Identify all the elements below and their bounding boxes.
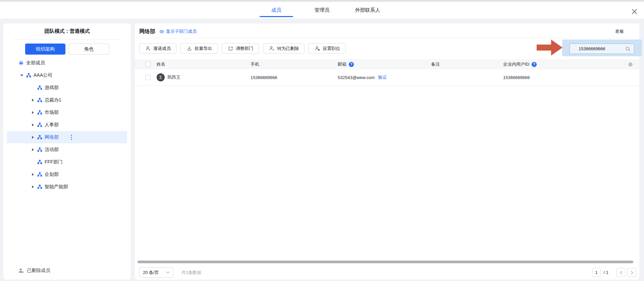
tree-item-label: 市场部 bbox=[45, 110, 59, 116]
roles-button[interactable]: 角色 bbox=[69, 44, 109, 55]
tree-item[interactable]: 活动部 bbox=[7, 143, 127, 156]
tree-item[interactable]: 智能产能部 bbox=[7, 181, 127, 193]
person-gear-icon bbox=[315, 46, 320, 51]
dept-icon bbox=[37, 159, 42, 165]
person-x-icon bbox=[269, 46, 274, 51]
department-title: 网络部 bbox=[139, 28, 155, 35]
mode-buttons: 组织架构角色 bbox=[3, 44, 131, 55]
dept-icon bbox=[37, 172, 42, 177]
column-header: 企业内用户ID? bbox=[503, 61, 626, 67]
tree-item-label: 全部成员 bbox=[26, 60, 45, 66]
dept-icon bbox=[26, 73, 31, 78]
select-all-checkbox[interactable] bbox=[145, 62, 151, 67]
horizontal-scrollbar[interactable] bbox=[138, 261, 633, 263]
top-header: 成员管理员外部联系人 bbox=[0, 2, 644, 19]
member-name: 凯西王 bbox=[167, 74, 180, 80]
tree-item[interactable]: FFF部门 bbox=[7, 156, 127, 168]
table-row: 王凯西王15366669666532543@wew.com验证153666696… bbox=[135, 69, 639, 86]
deleted-members-entry[interactable]: 已删除成员 bbox=[18, 268, 50, 274]
prev-page-button[interactable] bbox=[616, 268, 626, 277]
button-label: 批量导出 bbox=[195, 46, 212, 52]
set-position-button[interactable]: 设置职位 bbox=[309, 43, 346, 54]
caret-right-icon[interactable] bbox=[31, 173, 35, 176]
chevron-down-icon bbox=[166, 271, 170, 274]
tree-item[interactable]: 游戏部 bbox=[7, 81, 127, 94]
row-checkbox[interactable] bbox=[145, 75, 151, 80]
caret-right-icon[interactable] bbox=[31, 148, 35, 151]
table-header-row: 姓名手机邮箱?备注企业内用户ID? bbox=[135, 59, 639, 69]
caret-down-icon[interactable] bbox=[20, 74, 24, 77]
person-add-icon bbox=[146, 46, 151, 51]
team-icon bbox=[18, 60, 24, 66]
column-settings-icon[interactable] bbox=[628, 62, 633, 67]
move-to-deleted-button[interactable]: 转为已删除 bbox=[263, 43, 305, 54]
dept-icon bbox=[37, 147, 42, 152]
caret-right-icon[interactable] bbox=[31, 123, 35, 127]
column-header: 手机 bbox=[251, 61, 338, 67]
caret-right-icon[interactable] bbox=[31, 111, 35, 114]
dept-icon bbox=[37, 135, 42, 140]
member-phone: 15366669666 bbox=[251, 75, 338, 80]
caret-right-icon[interactable] bbox=[31, 98, 35, 102]
next-page-button[interactable] bbox=[627, 268, 636, 277]
column-header: 备注 bbox=[431, 61, 503, 67]
tab-members[interactable]: 成员 bbox=[260, 2, 293, 19]
page-size-select[interactable]: 20 条/页 bbox=[139, 267, 173, 278]
tab-external-contacts[interactable]: 外部联系人 bbox=[351, 2, 384, 19]
tree-item-label: FFF部门 bbox=[45, 159, 63, 165]
team-mode-title: 团队模式：普通模式 bbox=[3, 28, 131, 34]
help-icon[interactable]: ? bbox=[532, 62, 537, 67]
members-table: 姓名手机邮箱?备注企业内用户ID? 王凯西王15366669666532543@… bbox=[135, 59, 639, 86]
search-icon bbox=[625, 46, 631, 52]
help-icon[interactable]: ? bbox=[349, 62, 354, 67]
tree-item[interactable]: 企划部 bbox=[7, 168, 127, 181]
deleted-members-label: 已删除成员 bbox=[27, 268, 50, 274]
tree-item[interactable]: 人事部 bbox=[7, 119, 127, 131]
main-panel: 网络部 显示子部门成员 老板 邀请成员批量导出调整部门转为已删除设置职位 153… bbox=[135, 23, 639, 280]
current-page-input[interactable]: 1 bbox=[592, 268, 601, 277]
tree-item-label: 网络部 bbox=[45, 134, 59, 140]
avatar: 王 bbox=[157, 73, 165, 81]
department-tree: 全部成员AAA公司游戏部总裁办1市场部人事部网络部活动部FFF部门企划部智能产能… bbox=[3, 57, 131, 193]
batch-export-button[interactable]: 批量导出 bbox=[180, 43, 218, 54]
sidebar-divider bbox=[13, 39, 121, 40]
tabs: 成员管理员外部联系人 bbox=[0, 2, 644, 19]
button-label: 邀请成员 bbox=[153, 46, 171, 52]
tab-admins[interactable]: 管理员 bbox=[305, 2, 339, 19]
pagination: 1 / 1 bbox=[592, 268, 636, 277]
close-icon[interactable] bbox=[632, 9, 637, 14]
dept-icon bbox=[37, 97, 42, 103]
annotation-arrow-icon bbox=[537, 39, 563, 56]
caret-right-icon[interactable] bbox=[31, 185, 35, 189]
tree-item-label: 企划部 bbox=[45, 171, 59, 178]
show-sub-department-link[interactable]: 显示子部门成员 bbox=[159, 28, 197, 34]
search-input[interactable]: 15366669666 bbox=[570, 44, 634, 54]
dept-icon bbox=[37, 110, 42, 115]
table-footer: 20 条/页 共1条数据 1 / 1 bbox=[139, 267, 636, 278]
page-size-value: 20 条/页 bbox=[143, 270, 159, 276]
tree-item[interactable]: 总裁办1 bbox=[7, 94, 127, 106]
search-value: 15366669666 bbox=[579, 46, 625, 51]
person-deleted-icon bbox=[18, 268, 24, 273]
download-icon bbox=[187, 46, 192, 51]
tree-item[interactable]: AAA公司 bbox=[7, 69, 127, 81]
org-structure-button[interactable]: 组织架构 bbox=[25, 44, 65, 55]
more-options-icon[interactable] bbox=[71, 135, 72, 140]
adjust-department-button[interactable]: 调整部门 bbox=[222, 43, 259, 54]
dept-icon bbox=[37, 122, 42, 128]
verify-link[interactable]: 验证 bbox=[378, 74, 387, 80]
tree-item[interactable]: 网络部 bbox=[7, 131, 127, 143]
button-label: 转为已删除 bbox=[277, 46, 299, 52]
dept-icon bbox=[37, 85, 42, 90]
boss-label[interactable]: 老板 bbox=[615, 28, 624, 34]
tree-item[interactable]: 全部成员 bbox=[7, 57, 127, 69]
total-count-label: 共1条数据 bbox=[181, 270, 201, 276]
caret-right-icon[interactable] bbox=[31, 136, 35, 139]
tree-item-label: 总裁办1 bbox=[45, 97, 61, 103]
tree-item[interactable]: 市场部 bbox=[7, 106, 127, 119]
member-id: 15366669666 bbox=[503, 75, 626, 80]
button-label: 设置职位 bbox=[323, 46, 340, 52]
dept-icon bbox=[37, 184, 42, 190]
invite-member-button[interactable]: 邀请成员 bbox=[139, 43, 176, 54]
sidebar-panel: 团队模式：普通模式 组织架构角色 全部成员AAA公司游戏部总裁办1市场部人事部网… bbox=[3, 23, 131, 280]
